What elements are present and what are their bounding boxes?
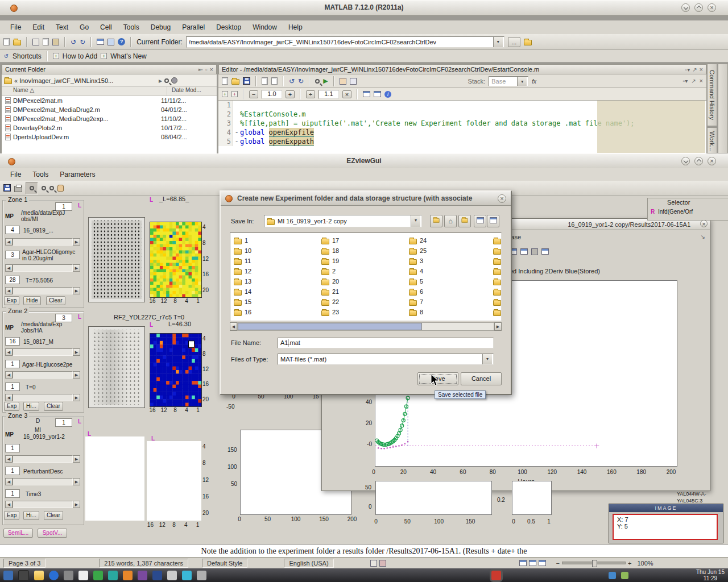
folder-item[interactable]: 18 bbox=[321, 246, 339, 256]
zone1-clear-button[interactable]: Clear bbox=[46, 296, 65, 305]
taskbar-files-icon[interactable] bbox=[34, 571, 44, 580]
redo-icon[interactable] bbox=[80, 38, 85, 46]
taskbar-clock[interactable]: Thu Jun 15 11:29 bbox=[696, 569, 725, 581]
menu-item[interactable]: Tools bbox=[123, 23, 139, 31]
axes-handle-icon[interactable] bbox=[150, 322, 153, 328]
zone-marker-icon[interactable] bbox=[78, 202, 81, 209]
tab-command-history[interactable]: Command History bbox=[707, 64, 717, 126]
stack-combo[interactable]: Base ▾ bbox=[489, 76, 528, 86]
breakpoint-icon[interactable] bbox=[340, 78, 346, 85]
column-header-name[interactable]: Name △ bbox=[2, 87, 167, 95]
folder-item[interactable]: 24 bbox=[409, 235, 427, 246]
copy-icon[interactable] bbox=[43, 38, 49, 45]
taskbar-app-icon[interactable] bbox=[108, 571, 118, 580]
taskbar-terminal-icon[interactable] bbox=[18, 570, 29, 581]
redo-icon[interactable] bbox=[298, 77, 304, 85]
font-larger-button[interactable]: + bbox=[286, 90, 295, 98]
zone3-field2[interactable]: 1 bbox=[5, 467, 20, 475]
close-button[interactable] bbox=[708, 3, 716, 12]
scrollbar-thumb[interactable] bbox=[238, 323, 422, 330]
ratio-field[interactable]: 1.1 bbox=[318, 90, 339, 99]
new-folder-button[interactable] bbox=[458, 215, 471, 227]
folder-item[interactable] bbox=[493, 235, 501, 246]
folder-item[interactable]: 7 bbox=[409, 297, 427, 307]
folder-item[interactable] bbox=[493, 276, 501, 286]
new-script-icon[interactable] bbox=[222, 77, 228, 85]
menu-item[interactable]: Cell bbox=[100, 23, 112, 31]
zone1-slider-1[interactable]: ◀▶ bbox=[5, 238, 80, 246]
view-multi-icon[interactable] bbox=[529, 560, 536, 566]
folder-item[interactable]: 21 bbox=[321, 286, 339, 297]
menu-item[interactable]: Parameters bbox=[60, 171, 95, 178]
taskbar-app-icon[interactable] bbox=[197, 571, 206, 580]
horizontal-scrollbar[interactable]: ◀ ▶ bbox=[230, 322, 502, 331]
menu-item[interactable]: File bbox=[10, 23, 21, 31]
shortcut-whats-new[interactable]: What's New bbox=[110, 52, 147, 60]
taskbar-browser-icon[interactable] bbox=[49, 571, 59, 580]
taskbar-app-icon[interactable] bbox=[64, 571, 73, 580]
taskbar-app-icon[interactable] bbox=[93, 571, 103, 580]
folder-item[interactable]: 5 bbox=[409, 276, 427, 286]
minimize-button[interactable] bbox=[681, 3, 690, 12]
gear-icon[interactable] bbox=[171, 77, 177, 84]
undo-icon[interactable] bbox=[71, 38, 76, 46]
menu-item[interactable]: Go bbox=[80, 23, 89, 31]
folder-item[interactable] bbox=[493, 266, 501, 276]
zoom-out-button[interactable]: − bbox=[556, 560, 560, 567]
undo-icon[interactable] bbox=[289, 77, 295, 85]
folder-item[interactable]: 12 bbox=[234, 266, 251, 276]
zone3-field3[interactable]: 1 bbox=[5, 489, 20, 498]
undock-icon[interactable]: ▫ bbox=[205, 66, 208, 73]
folder-item[interactable] bbox=[493, 307, 501, 317]
menu-item[interactable]: Desktop bbox=[216, 23, 241, 31]
run-icon[interactable]: ▶ bbox=[323, 77, 328, 85]
folder-item[interactable]: 2 bbox=[321, 266, 339, 276]
close-panel-icon[interactable] bbox=[210, 66, 213, 73]
zone3-exp-button[interactable]: Exp bbox=[4, 511, 19, 520]
find-icon[interactable] bbox=[315, 79, 320, 84]
zone-marker-icon[interactable] bbox=[78, 314, 81, 320]
folder-item[interactable]: 4 bbox=[409, 266, 427, 276]
tray-network-icon[interactable] bbox=[609, 572, 616, 579]
undock-editor-icon[interactable]: ↗ bbox=[692, 66, 697, 73]
chevron-down-icon[interactable]: ▾ bbox=[493, 37, 503, 47]
chevron-down-icon[interactable]: ▾ bbox=[411, 215, 420, 227]
editor-split-icon[interactable]: ↗ bbox=[691, 78, 696, 84]
zone-marker-icon[interactable] bbox=[78, 418, 81, 425]
expand-fold-icon[interactable] bbox=[222, 91, 228, 97]
dock-menu-icon[interactable]: ▫▾ bbox=[685, 66, 690, 73]
cut-icon[interactable] bbox=[32, 39, 39, 45]
scroll-left-icon[interactable]: ◀ bbox=[230, 322, 237, 331]
zone2-hide-button[interactable]: Hi... bbox=[23, 402, 39, 411]
taskbar-app-icon[interactable] bbox=[138, 571, 147, 580]
menu-item[interactable]: Tools bbox=[32, 171, 48, 178]
save-icon[interactable] bbox=[243, 77, 250, 85]
file-row[interactable]: DMPexcel2mat.m 11/11/2... bbox=[2, 96, 217, 105]
up-folder-icon[interactable] bbox=[524, 40, 532, 45]
list-view-button[interactable] bbox=[474, 215, 486, 227]
menu-item[interactable]: Help bbox=[288, 23, 303, 31]
zone1-slider-3[interactable]: ◀▶ bbox=[5, 287, 80, 294]
column-header-date[interactable]: Date Mod... bbox=[167, 87, 201, 95]
cut-icon[interactable] bbox=[262, 77, 268, 85]
menu-item[interactable]: Debug bbox=[151, 23, 171, 31]
search-icon[interactable] bbox=[164, 78, 169, 83]
zone2-field3[interactable]: 1 bbox=[5, 383, 20, 391]
file-name-input[interactable]: A1.mat bbox=[278, 338, 494, 348]
taskbar-menu-icon[interactable] bbox=[3, 571, 13, 580]
scroll-right-icon[interactable]: ▶ bbox=[494, 322, 502, 331]
zone1-field2[interactable]: 3 bbox=[5, 251, 20, 259]
menu-item[interactable]: Window bbox=[253, 23, 277, 31]
save-in-combo[interactable]: MI 16_0919_yor1-2 copy ▾ bbox=[264, 215, 422, 227]
paste-icon[interactable] bbox=[52, 39, 59, 45]
close-button[interactable] bbox=[708, 157, 716, 165]
font-size-field[interactable]: 1.0 bbox=[262, 90, 282, 99]
options-icon[interactable] bbox=[531, 248, 538, 255]
view-single-icon[interactable] bbox=[519, 560, 527, 566]
maximize-button[interactable] bbox=[694, 3, 703, 12]
copy-icon[interactable] bbox=[271, 77, 278, 85]
font-smaller-button[interactable]: − bbox=[249, 90, 258, 98]
cell-mode-icon[interactable] bbox=[363, 91, 370, 97]
zone3-slider-3[interactable]: ◀▶ bbox=[5, 501, 80, 508]
zoom-in-icon[interactable] bbox=[42, 186, 46, 190]
